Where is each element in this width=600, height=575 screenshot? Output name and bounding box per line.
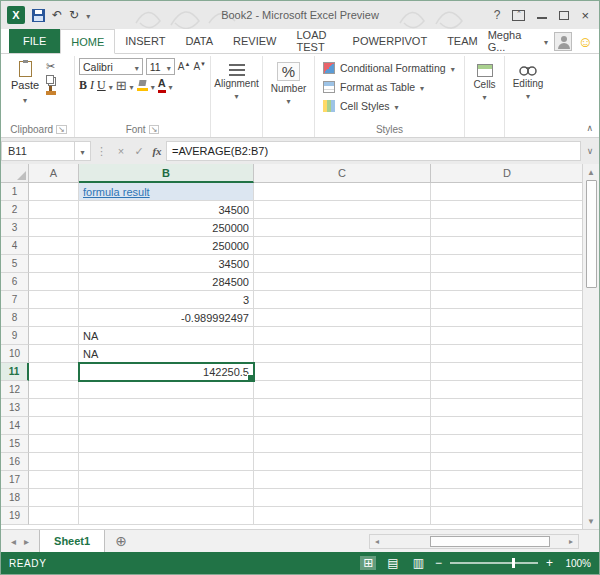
row-header-9[interactable]: 9 bbox=[1, 327, 29, 345]
copy-icon[interactable] bbox=[46, 75, 54, 84]
tab-powerpivot[interactable]: POWERPIVOT bbox=[343, 29, 438, 53]
column-header-D[interactable]: D bbox=[431, 164, 584, 183]
cell-C3[interactable] bbox=[254, 219, 431, 237]
cell-A16[interactable] bbox=[29, 453, 79, 471]
row-header-19[interactable]: 19 bbox=[1, 507, 29, 525]
cell-B5[interactable]: 34500 bbox=[79, 255, 254, 273]
cell-A14[interactable] bbox=[29, 417, 79, 435]
bold-button[interactable]: B bbox=[79, 78, 87, 93]
zoom-in-icon[interactable]: + bbox=[546, 557, 553, 569]
user-name[interactable]: Megha G... bbox=[488, 29, 538, 53]
borders-icon[interactable]: ⊞ bbox=[116, 79, 127, 92]
cell-C19[interactable] bbox=[254, 507, 431, 525]
cell-B11[interactable]: 142250.5 bbox=[79, 363, 254, 381]
cell-C14[interactable] bbox=[254, 417, 431, 435]
zoom-level[interactable]: 100% bbox=[561, 558, 591, 569]
save-icon[interactable] bbox=[32, 9, 45, 22]
scroll-down-icon[interactable]: ▼ bbox=[583, 513, 599, 529]
cell-D19[interactable] bbox=[431, 507, 584, 525]
row-header-18[interactable]: 18 bbox=[1, 489, 29, 507]
row-header-14[interactable]: 14 bbox=[1, 417, 29, 435]
row-header-10[interactable]: 10 bbox=[1, 345, 29, 363]
styles-button-0[interactable]: Conditional Formatting bbox=[319, 58, 460, 77]
cell-A15[interactable] bbox=[29, 435, 79, 453]
help-icon[interactable]: ? bbox=[494, 8, 501, 22]
cell-B1[interactable]: formula result bbox=[79, 183, 254, 201]
horizontal-scroll-thumb[interactable] bbox=[430, 536, 550, 547]
cell-A2[interactable] bbox=[29, 201, 79, 219]
scroll-left-icon[interactable]: ◂ bbox=[370, 537, 384, 546]
cell-C15[interactable] bbox=[254, 435, 431, 453]
cell-B15[interactable] bbox=[79, 435, 254, 453]
scroll-right-icon[interactable]: ▸ bbox=[564, 537, 578, 546]
cell-A5[interactable] bbox=[29, 255, 79, 273]
cell-D18[interactable] bbox=[431, 489, 584, 507]
row-header-5[interactable]: 5 bbox=[1, 255, 29, 273]
cell-B17[interactable] bbox=[79, 471, 254, 489]
cell-C11[interactable] bbox=[254, 363, 431, 381]
cell-D3[interactable] bbox=[431, 219, 584, 237]
cell-A9[interactable] bbox=[29, 327, 79, 345]
vertical-scrollbar[interactable]: ▲ ▼ bbox=[582, 164, 599, 529]
cell-C6[interactable] bbox=[254, 273, 431, 291]
tab-load-test[interactable]: LOAD TEST bbox=[287, 29, 343, 53]
minimize-icon[interactable] bbox=[537, 11, 547, 19]
insert-function-icon[interactable]: fx bbox=[148, 145, 166, 157]
row-header-6[interactable]: 6 bbox=[1, 273, 29, 291]
row-header-17[interactable]: 17 bbox=[1, 471, 29, 489]
column-header-A[interactable]: A bbox=[29, 164, 79, 183]
cell-D17[interactable] bbox=[431, 471, 584, 489]
normal-view-icon[interactable]: ⊞ bbox=[360, 556, 376, 570]
cell-D7[interactable] bbox=[431, 291, 584, 309]
cell-C10[interactable] bbox=[254, 345, 431, 363]
zoom-slider[interactable] bbox=[450, 562, 538, 564]
row-header-8[interactable]: 8 bbox=[1, 309, 29, 327]
feedback-smiley-icon[interactable]: ☺ bbox=[578, 34, 593, 49]
sheet-nav-left-icon[interactable]: ◂ bbox=[11, 536, 16, 547]
cell-D1[interactable] bbox=[431, 183, 584, 201]
cell-D15[interactable] bbox=[431, 435, 584, 453]
vertical-scroll-thumb[interactable] bbox=[586, 180, 597, 288]
maximize-icon[interactable] bbox=[559, 11, 569, 20]
cell-B18[interactable] bbox=[79, 489, 254, 507]
editing-group-button[interactable]: Editing bbox=[505, 56, 551, 137]
scroll-up-icon[interactable]: ▲ bbox=[583, 164, 599, 180]
collapse-ribbon-icon[interactable]: ∧ bbox=[586, 123, 593, 133]
cell-D6[interactable] bbox=[431, 273, 584, 291]
excel-logo-icon[interactable]: X bbox=[7, 6, 25, 24]
cell-B2[interactable]: 34500 bbox=[79, 201, 254, 219]
cell-B16[interactable] bbox=[79, 453, 254, 471]
cell-A3[interactable] bbox=[29, 219, 79, 237]
cell-D13[interactable] bbox=[431, 399, 584, 417]
cell-A7[interactable] bbox=[29, 291, 79, 309]
cell-D2[interactable] bbox=[431, 201, 584, 219]
close-icon[interactable]: × bbox=[581, 8, 589, 23]
styles-button-2[interactable]: Cell Styles bbox=[319, 96, 460, 115]
ribbon-display-options-icon[interactable]: ⌃ bbox=[512, 10, 525, 21]
cell-A1[interactable] bbox=[29, 183, 79, 201]
row-header-11[interactable]: 11 bbox=[1, 363, 29, 381]
tab-insert[interactable]: INSERT bbox=[115, 29, 175, 53]
horizontal-scrollbar[interactable]: ◂ ▸ bbox=[369, 534, 579, 549]
fill-color-icon[interactable] bbox=[137, 80, 148, 91]
cell-D8[interactable] bbox=[431, 309, 584, 327]
formula-input[interactable]: =AVERAGE(B2:B7) bbox=[166, 141, 581, 161]
clipboard-dialog-launcher-icon[interactable]: ↘ bbox=[56, 125, 67, 134]
row-header-15[interactable]: 15 bbox=[1, 435, 29, 453]
cell-D14[interactable] bbox=[431, 417, 584, 435]
cell-A19[interactable] bbox=[29, 507, 79, 525]
cell-D9[interactable] bbox=[431, 327, 584, 345]
row-header-3[interactable]: 3 bbox=[1, 219, 29, 237]
tab-file[interactable]: FILE bbox=[9, 29, 60, 53]
undo-icon[interactable]: ↶ bbox=[52, 9, 62, 21]
column-header-C[interactable]: C bbox=[254, 164, 431, 183]
row-header-2[interactable]: 2 bbox=[1, 201, 29, 219]
number-group-button[interactable]: % Number bbox=[263, 56, 315, 137]
new-sheet-icon[interactable]: ⊕ bbox=[105, 530, 137, 552]
cell-B4[interactable]: 250000 bbox=[79, 237, 254, 255]
cell-B13[interactable] bbox=[79, 399, 254, 417]
cell-A8[interactable] bbox=[29, 309, 79, 327]
cell-D16[interactable] bbox=[431, 453, 584, 471]
cut-icon[interactable]: ✂ bbox=[46, 61, 56, 72]
cell-A11[interactable] bbox=[29, 363, 79, 381]
